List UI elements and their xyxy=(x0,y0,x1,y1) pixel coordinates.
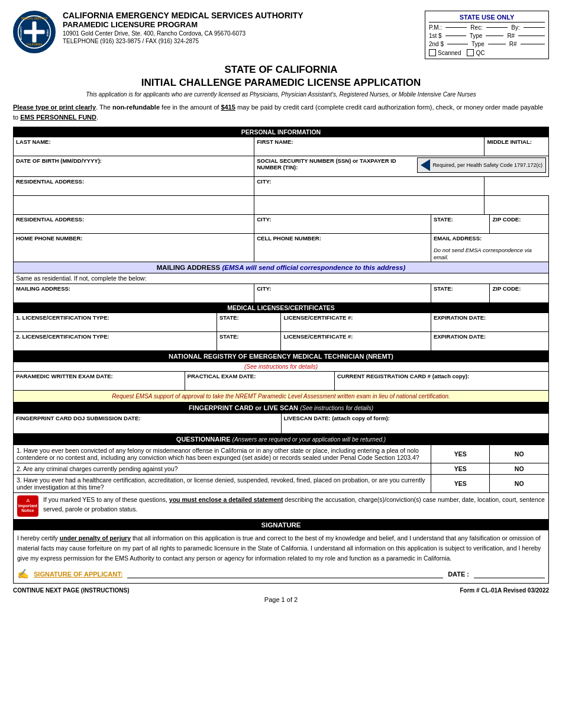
same-as-label: Same as residential. If not, complete th… xyxy=(16,275,147,282)
fingerprint-table: FINGERPRINT CARD or LIVE SCAN (See instr… xyxy=(13,402,549,434)
mail-city-label: CITY: xyxy=(257,285,428,292)
zip-cell: ZIP CODE: xyxy=(490,215,549,234)
date-label: DATE : xyxy=(448,571,469,578)
res-city-cell2: CITY: xyxy=(254,215,431,234)
nremt-table: NATIONAL REGISTRY OF EMERGENCY MEDICAL T… xyxy=(13,350,549,402)
fee-note: Please type or print clearly. The non-re… xyxy=(13,102,549,122)
fingerprint-subtitle: (See instructions for details) xyxy=(300,405,373,411)
home-phone-cell: HOME PHONE NUMBER: xyxy=(14,234,254,262)
q3-yes-label: YES xyxy=(454,480,467,487)
sig-label: SIGNATURE OF APPLICANT: xyxy=(34,571,122,578)
agency-name: CALIFORNIA EMERGENCY MEDICAL SERVICES AU… xyxy=(63,11,418,20)
fund-name: EMS PERSONNEL FUND xyxy=(20,114,96,121)
lic-type-2-cell: 2. LICENSE/CERTIFICATION TYPE: xyxy=(14,332,217,351)
header-area: MEDICAL SERVICES CALIFORNIA AUTHORITY EM… xyxy=(13,11,549,59)
res-city-cell: CITY: xyxy=(254,177,485,196)
pm-label: P.M.: xyxy=(429,24,442,31)
fingerprint-doj-label: FINGERPRINT CARD DOJ SUBMISSION DATE: xyxy=(16,415,279,421)
mail-address-label: MAILING ADDRESS: xyxy=(16,285,251,292)
state-use-first-dollar-row: 1st $ Type R# xyxy=(429,33,545,39)
fee-middle: . The xyxy=(96,104,112,111)
svg-text:CALIFORNIA: CALIFORNIA xyxy=(26,43,43,46)
svg-text:MEDICAL SERVICES: MEDICAL SERVICES xyxy=(21,17,47,20)
sig-line-field[interactable] xyxy=(127,570,443,578)
r-hash-field2[interactable] xyxy=(521,44,545,44)
last-name-label: LAST NAME: xyxy=(16,138,251,145)
qc-checkbox-item[interactable]: QC xyxy=(467,49,485,56)
res-address-label3: RESIDENTIAL ADDRESS: xyxy=(16,216,251,223)
continue-text: CONTINUE NEXT PAGE (INSTRUCTIONS) xyxy=(13,587,129,594)
nremt-header: NATIONAL REGISTRY OF EMERGENCY MEDICAL T… xyxy=(14,351,549,362)
res-address-label2 xyxy=(16,197,251,204)
mail-state-label: STATE: xyxy=(434,285,487,292)
first-dollar-label: 1st $ xyxy=(429,33,442,39)
dob-label: DATE OF BIRTH (MM/DD/YYYY): xyxy=(16,157,251,164)
q3-no-label: NO xyxy=(515,480,524,487)
title-italics: This application is for applicants who a… xyxy=(13,91,549,98)
q1-no-label: NO xyxy=(515,450,524,458)
nremt-title: NATIONAL REGISTRY OF EMERGENCY MEDICAL T… xyxy=(169,353,393,360)
header-text: CALIFORNIA EMERGENCY MEDICAL SERVICES AU… xyxy=(63,11,418,44)
lic-state-1-cell: STATE: xyxy=(217,313,281,332)
second-dollar-field[interactable] xyxy=(447,44,468,44)
by-label: By: xyxy=(511,24,519,31)
q3-yes-cell[interactable]: YES xyxy=(431,475,490,493)
qc-checkbox[interactable] xyxy=(467,49,474,56)
first-name-cell: FIRST NAME: xyxy=(254,137,485,156)
telephone-line: TELEPHONE (916) 323-9875 / FAX (916) 324… xyxy=(63,38,418,44)
mail-address-cell: MAILING ADDRESS: xyxy=(14,284,254,303)
address-line: 10901 Gold Center Drive, Ste. 400, Ranch… xyxy=(63,30,418,37)
please-type-bold: Please type or print clearly xyxy=(13,104,96,111)
fingerprint-livescan-cell: LIVESCAN DATE: (attach copy of form): xyxy=(281,414,549,434)
q2-no-cell[interactable]: NO xyxy=(490,463,549,475)
email-note: Do not send EMSA correspondence via emai… xyxy=(434,247,532,260)
q3-text: 3. Have you ever had a healthcare certif… xyxy=(17,476,425,491)
res-address-row2 xyxy=(14,196,254,215)
nremt-practical-cell: PRACTICAL EXAM DATE: xyxy=(185,372,334,391)
personal-info-table2: RESIDENTIAL ADDRESS: CITY: STATE: ZIP CO… xyxy=(13,214,549,262)
scanned-checkbox-item[interactable]: Scanned xyxy=(429,49,461,56)
state-use-second-dollar-row: 2nd $ Type R# xyxy=(429,41,545,47)
lic-type-1-label: 1. LICENSE/CERTIFICATION TYPE: xyxy=(16,314,214,321)
q2-yes-cell[interactable]: YES xyxy=(431,463,490,475)
by-field[interactable] xyxy=(524,27,545,28)
lic-num-2-cell: LICENSE/CERTIFICATE #: xyxy=(281,332,431,351)
main-title-line2: INITIAL CHALLENGE PARAMEDIC LICENSE APPL… xyxy=(13,77,549,89)
state-zip-outer xyxy=(485,196,549,215)
type-field1[interactable] xyxy=(486,36,503,36)
notice-before: If you marked YES to any of these questi… xyxy=(43,496,169,503)
svg-text:AUTHORITY: AUTHORITY xyxy=(20,26,22,40)
lic-state-2-label: STATE: xyxy=(219,333,279,340)
sig-hand-icon: ✍ xyxy=(17,568,29,579)
date-line-field[interactable] xyxy=(474,570,545,578)
mail-zip-cell: ZIP CODE: xyxy=(490,284,549,303)
lic-state-2-cell: STATE: xyxy=(217,332,281,351)
type-field2[interactable] xyxy=(488,44,506,44)
res-address-cell2: RESIDENTIAL ADDRESS: xyxy=(14,215,254,234)
fee-text: fee in the amount of xyxy=(160,104,221,111)
required-triangle xyxy=(421,159,430,171)
q1-yes-cell[interactable]: YES xyxy=(431,445,490,463)
res-city-label: CITY: xyxy=(257,178,482,185)
first-dollar-field[interactable] xyxy=(445,36,466,36)
r-hash-field1[interactable] xyxy=(518,36,545,36)
lic-state-1-label: STATE: xyxy=(219,314,279,321)
last-name-cell: LAST NAME: xyxy=(14,137,254,156)
fee-amount: $415 xyxy=(221,104,235,111)
notice-icon: ⚠Important Notice xyxy=(17,495,38,517)
email-cell: EMAIL ADDRESS: Do not send EMSA correspo… xyxy=(431,234,548,262)
rec-field[interactable] xyxy=(486,27,508,28)
q1-no-cell[interactable]: NO xyxy=(490,445,549,463)
q3-no-cell[interactable]: NO xyxy=(490,475,549,493)
pm-field[interactable] xyxy=(445,27,467,28)
state-use-checkbox-row: Scanned QC xyxy=(429,49,545,56)
scanned-checkbox[interactable] xyxy=(429,49,436,56)
sig-line-row: ✍ SIGNATURE OF APPLICANT: DATE : xyxy=(14,566,548,583)
q2-text: 2. Are any criminal charges currently pe… xyxy=(17,465,178,472)
res-address-cell: RESIDENTIAL ADDRESS: xyxy=(14,177,254,196)
perjury-text: under penalty of perjury xyxy=(60,534,131,542)
q2-text-cell: 2. Are any criminal charges currently pe… xyxy=(14,463,431,475)
medical-licenses-table: MEDICAL LICENSES/CERTIFICATES 1. LICENSE… xyxy=(13,302,549,351)
lic-num-1-cell: LICENSE/CERTIFICATE #: xyxy=(281,313,431,332)
mail-city-cell: CITY: xyxy=(254,284,431,303)
